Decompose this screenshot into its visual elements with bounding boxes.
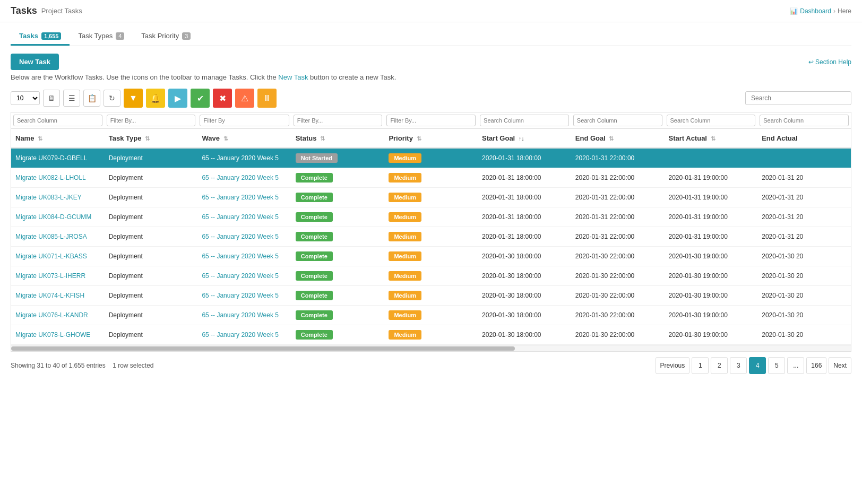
page-btn-ellipsis[interactable]: ...: [787, 357, 804, 374]
filter-type-input[interactable]: [107, 115, 196, 126]
wave-link[interactable]: 65 -- January 2020 Week 5: [202, 194, 279, 201]
wave-link[interactable]: 65 -- January 2020 Week 5: [202, 292, 279, 299]
sort-start-actual-icon[interactable]: ⇅: [711, 135, 716, 142]
search-start-goal-input[interactable]: [480, 115, 569, 126]
task-name-link[interactable]: Migrate UK071-L-KBASS: [15, 253, 87, 260]
filter-play-button[interactable]: ▶: [168, 89, 187, 108]
page-size-select[interactable]: 10 25 50 100: [11, 91, 40, 105]
table-row[interactable]: Migrate UK071-L-KBASSDeployment65 -- Jan…: [11, 247, 851, 266]
global-search-input[interactable]: [745, 91, 851, 105]
page-btn-166[interactable]: 166: [806, 357, 826, 374]
task-name-link[interactable]: Migrate UK074-L-KFISH: [15, 292, 84, 299]
sort-start-goal-icon[interactable]: ↑↓: [519, 135, 524, 142]
monitor-view-button[interactable]: 🖥: [43, 90, 60, 107]
sort-name-icon[interactable]: ⇅: [38, 135, 42, 142]
priority-badge: Medium: [389, 212, 421, 222]
task-name-link[interactable]: Migrate UK073-L-IHERR: [15, 272, 85, 280]
task-name-link[interactable]: Migrate UK078-L-GHOWE: [15, 331, 90, 338]
cell-end-actual: [757, 148, 851, 168]
sort-end-goal-icon[interactable]: ⇅: [609, 135, 614, 142]
wave-link[interactable]: 65 -- January 2020 Week 5: [202, 311, 279, 319]
filter-orange-button[interactable]: ▼: [124, 89, 143, 108]
priority-badge: Medium: [389, 310, 421, 320]
cell-wave: 65 -- January 2020 Week 5: [197, 325, 291, 345]
cell-status: Complete: [291, 306, 385, 325]
priority-badge: Medium: [389, 330, 421, 340]
status-badge: Complete: [296, 330, 333, 340]
refresh-button[interactable]: ↻: [104, 90, 120, 107]
sort-priority-icon[interactable]: ⇅: [417, 135, 421, 142]
table-row[interactable]: Migrate UK079-D-GBELLDeployment65 -- Jan…: [11, 148, 851, 168]
filter-status-input[interactable]: [294, 115, 383, 126]
cell-task-type: Deployment: [105, 168, 198, 188]
filter-warning-button[interactable]: ⚠: [235, 89, 254, 108]
task-name-link[interactable]: Migrate UK082-L-LHOLL: [15, 174, 86, 181]
table-row[interactable]: Migrate UK084-D-GCUMMDeployment65 -- Jan…: [11, 207, 851, 227]
page-btn-3[interactable]: 3: [730, 357, 747, 374]
cell-start-actual: 2020-01-30 19:00:00: [665, 325, 758, 345]
task-name-link[interactable]: Migrate UK083-L-JKEY: [15, 194, 82, 201]
filter-end-actual-col: [757, 112, 851, 129]
tab-tasks[interactable]: Tasks 1,655: [11, 28, 70, 46]
priority-badge: Medium: [389, 232, 421, 241]
sort-wave-icon[interactable]: ⇅: [223, 135, 228, 142]
cell-end-goal: 2020-01-31 22:00:00: [571, 207, 665, 227]
table-row[interactable]: Migrate UK083-L-JKEYDeployment65 -- Janu…: [11, 188, 851, 207]
wave-link[interactable]: 65 -- January 2020 Week 5: [202, 154, 279, 162]
wave-link[interactable]: 65 -- January 2020 Week 5: [202, 174, 279, 181]
breadcrumb-dashboard[interactable]: Dashboard: [800, 7, 831, 15]
filter-check-button[interactable]: ✔: [191, 89, 210, 108]
filter-pause-button[interactable]: ⏸: [257, 89, 277, 108]
page-title: Tasks: [11, 5, 37, 16]
search-end-actual-input[interactable]: [760, 115, 849, 126]
page-btn-5[interactable]: 5: [768, 357, 785, 374]
export-button[interactable]: 📋: [83, 90, 100, 107]
search-start-actual-input[interactable]: [667, 115, 756, 126]
table-row[interactable]: Migrate UK078-L-GHOWEDeployment65 -- Jan…: [11, 325, 851, 345]
wave-link[interactable]: 65 -- January 2020 Week 5: [202, 233, 279, 240]
cell-status: Complete: [291, 207, 385, 227]
new-task-button[interactable]: New Task: [11, 54, 59, 70]
cell-start-goal: 2020-01-31 18:00:00: [478, 207, 571, 227]
page-btn-2[interactable]: 2: [711, 357, 728, 374]
search-name-input[interactable]: [13, 115, 102, 126]
table-row[interactable]: Migrate UK082-L-LHOLLDeployment65 -- Jan…: [11, 168, 851, 188]
filter-times-button[interactable]: ✖: [213, 89, 232, 108]
section-help-link[interactable]: ↩ Section Help: [808, 58, 851, 66]
col-header-start-goal: Start Goal ↑↓: [478, 129, 571, 149]
horizontal-scrollbar[interactable]: [11, 345, 851, 351]
info-new-task-link[interactable]: New Task: [278, 73, 308, 81]
cell-name: Migrate UK085-L-JROSA: [11, 227, 105, 247]
table-row[interactable]: Migrate UK073-L-IHERRDeployment65 -- Jan…: [11, 266, 851, 286]
cell-status: Complete: [291, 286, 385, 306]
prev-button[interactable]: Previous: [656, 357, 690, 374]
filter-bell-button[interactable]: 🔔: [146, 89, 165, 108]
wave-link[interactable]: 65 -- January 2020 Week 5: [202, 331, 279, 338]
sort-status-icon[interactable]: ⇅: [320, 135, 325, 142]
page-btn-1[interactable]: 1: [692, 357, 709, 374]
table-row[interactable]: Migrate UK076-L-KANDRDeployment65 -- Jan…: [11, 306, 851, 325]
wave-link[interactable]: 65 -- January 2020 Week 5: [202, 213, 279, 221]
sort-type-icon[interactable]: ⇅: [145, 135, 150, 142]
search-end-goal-input[interactable]: [573, 115, 662, 126]
task-name-link[interactable]: Migrate UK079-D-GBELL: [15, 154, 87, 162]
next-button[interactable]: Next: [829, 357, 851, 374]
cell-name: Migrate UK079-D-GBELL: [11, 148, 105, 168]
tab-task-priority[interactable]: Task Priority 3: [133, 28, 199, 46]
cell-task-type: Deployment: [105, 227, 198, 247]
filter-wave-input[interactable]: [200, 115, 289, 126]
priority-badge: Medium: [389, 153, 421, 163]
task-name-link[interactable]: Migrate UK084-D-GCUMM: [15, 213, 91, 221]
priority-badge: Medium: [389, 291, 421, 300]
filter-priority-input[interactable]: [386, 115, 476, 126]
table-row[interactable]: Migrate UK085-L-JROSADeployment65 -- Jan…: [11, 227, 851, 247]
task-name-link[interactable]: Migrate UK085-L-JROSA: [15, 233, 87, 240]
tab-task-types[interactable]: Task Types 4: [70, 28, 133, 46]
page-btn-4[interactable]: 4: [749, 357, 766, 374]
wave-link[interactable]: 65 -- January 2020 Week 5: [202, 253, 279, 260]
task-name-link[interactable]: Migrate UK076-L-KANDR: [15, 311, 88, 319]
list-view-button[interactable]: ☰: [63, 90, 80, 107]
wave-link[interactable]: 65 -- January 2020 Week 5: [202, 272, 279, 280]
cell-end-goal: 2020-01-30 22:00:00: [571, 325, 665, 345]
table-row[interactable]: Migrate UK074-L-KFISHDeployment65 -- Jan…: [11, 286, 851, 306]
